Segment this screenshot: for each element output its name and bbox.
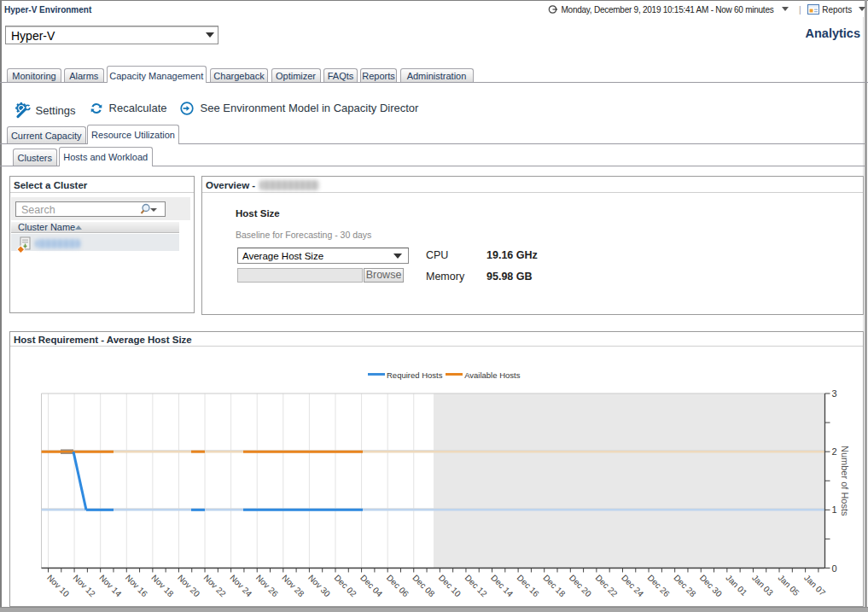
- svg-text:Dec 14: Dec 14: [489, 573, 515, 598]
- svg-text:Dec 12: Dec 12: [463, 573, 489, 598]
- svg-text:Nov 28: Nov 28: [280, 573, 306, 598]
- svg-text:Nov 16: Nov 16: [124, 573, 149, 598]
- svg-text:Dec 08: Dec 08: [411, 573, 436, 598]
- svg-text:Dec 18: Dec 18: [541, 573, 567, 598]
- svg-text:Number of Hosts: Number of Hosts: [840, 446, 850, 516]
- svg-text:Dec 02: Dec 02: [333, 573, 358, 598]
- svg-text:Dec 10: Dec 10: [437, 573, 463, 598]
- svg-text:Jan 05: Jan 05: [777, 573, 801, 597]
- svg-text:Dec 30: Dec 30: [698, 573, 724, 598]
- svg-text:Jan 03: Jan 03: [750, 573, 775, 597]
- svg-text:Dec 28: Dec 28: [672, 573, 697, 598]
- svg-text:Jan 07: Jan 07: [802, 573, 827, 597]
- svg-text:Dec 16: Dec 16: [516, 573, 541, 598]
- svg-text:Nov 30: Nov 30: [306, 573, 332, 598]
- svg-text:Nov 26: Nov 26: [254, 573, 280, 598]
- svg-text:Nov 12: Nov 12: [72, 573, 97, 598]
- svg-text:Dec 06: Dec 06: [385, 573, 411, 598]
- svg-text:Jan 01: Jan 01: [724, 573, 749, 597]
- svg-text:Nov 18: Nov 18: [149, 573, 175, 598]
- svg-text:Nov 22: Nov 22: [202, 573, 228, 598]
- svg-text:Dec 04: Dec 04: [358, 573, 384, 598]
- svg-text:Dec 24: Dec 24: [620, 573, 645, 598]
- svg-text:Dec 20: Dec 20: [568, 573, 593, 598]
- svg-text:Dec 22: Dec 22: [593, 573, 619, 598]
- svg-text:3: 3: [832, 388, 837, 399]
- svg-text:2: 2: [832, 446, 837, 457]
- svg-text:0: 0: [832, 563, 837, 574]
- svg-text:Nov 14: Nov 14: [97, 573, 123, 598]
- svg-text:Nov 20: Nov 20: [176, 573, 201, 598]
- svg-text:Dec 26: Dec 26: [646, 573, 672, 598]
- svg-text:Nov 10: Nov 10: [45, 573, 71, 598]
- svg-text:Nov 24: Nov 24: [228, 573, 253, 598]
- svg-text:1: 1: [832, 504, 837, 515]
